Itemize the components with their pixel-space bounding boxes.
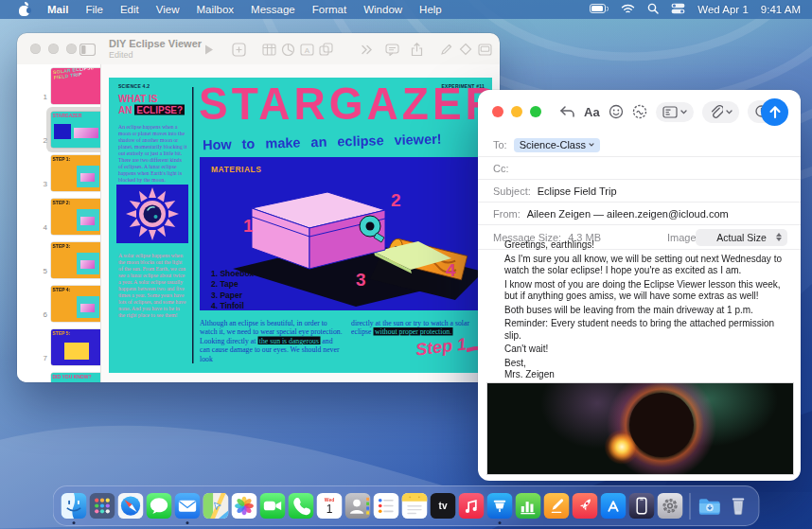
comment-icon[interactable] — [382, 40, 401, 59]
dock-calendar-icon[interactable]: Wed1 — [317, 493, 343, 519]
dock-divider — [690, 493, 691, 520]
dock-keynote-icon[interactable] — [487, 493, 513, 519]
mail-traffic-lights[interactable] — [492, 106, 541, 117]
svg-text:2: 2 — [391, 190, 401, 210]
menu-app-name[interactable]: Mail — [47, 4, 68, 15]
close-button[interactable] — [492, 106, 503, 117]
apple-menu-icon[interactable] — [19, 3, 30, 16]
dock-safari-icon[interactable] — [118, 493, 144, 519]
format-icon[interactable]: Aa — [584, 105, 600, 119]
dock-finder-icon[interactable] — [62, 493, 87, 519]
dock-mail-icon[interactable] — [175, 493, 201, 519]
message-body[interactable]: Greetings, earthlings! As I'm sure you a… — [504, 239, 782, 383]
eclipse-heading: WHAT IS AN ECLIPSE? — [118, 94, 185, 115]
eclipse-photo-attachment[interactable] — [486, 382, 794, 475]
send-button[interactable] — [761, 98, 788, 126]
from-value: Aileen Zeigen — aileen.zeigen@icloud.com — [527, 208, 729, 220]
svg-text:4: 4 — [446, 260, 456, 280]
slide-number: 7 — [36, 354, 47, 362]
wifi-icon[interactable] — [621, 4, 635, 16]
slide-thumbnail-6[interactable]: STEP 4: — [51, 286, 101, 322]
slide-thumbnail-3[interactable]: STEP 1: — [51, 155, 101, 191]
dock-music-icon[interactable] — [459, 493, 485, 519]
dock-tv-icon[interactable]: tv — [431, 493, 456, 519]
slide-number: 6 — [36, 310, 47, 319]
close-button[interactable] — [30, 44, 41, 54]
menu-edit[interactable]: Edit — [120, 4, 139, 15]
menu-file[interactable]: File — [85, 4, 103, 15]
dock-iphone-mirroring-icon[interactable] — [629, 493, 655, 519]
menu-view[interactable]: View — [156, 4, 180, 15]
slide-stargazer[interactable]: SCIENCE 4.2 EXPERIMENT #11 WHAT IS AN EC… — [109, 78, 492, 373]
slide-thumbnail-8[interactable]: DID YOU KNOW? — [51, 373, 101, 382]
sidebar-toggle-icon[interactable] — [79, 43, 96, 60]
dock-contacts-icon[interactable] — [345, 493, 371, 519]
dock-app-store-icon[interactable] — [601, 493, 627, 519]
menu-mailbox[interactable]: Mailbox — [196, 4, 234, 15]
slide-thumbnail-5[interactable]: STEP 3: — [51, 242, 101, 278]
minimize-button[interactable] — [48, 44, 59, 54]
slide-thumbnail-2-selected[interactable]: STARGAZER — [51, 112, 101, 148]
slide-thumbnail-4[interactable]: STEP 2: — [51, 199, 101, 235]
menu-window[interactable]: Window — [363, 4, 402, 15]
dock-facetime-icon[interactable] — [260, 493, 286, 519]
chevron-down-icon — [589, 143, 594, 147]
keynote-traffic-lights[interactable] — [30, 44, 77, 54]
attach-button[interactable] — [702, 101, 739, 123]
menubar-time[interactable]: 9:41 AM — [761, 4, 801, 15]
menu-message[interactable]: Message — [251, 4, 295, 15]
dock-notes-icon[interactable] — [402, 493, 428, 519]
markup-icon[interactable] — [632, 104, 647, 119]
dock-reminders-icon[interactable] — [374, 493, 399, 519]
search-icon[interactable] — [647, 3, 659, 16]
dock-maps-icon[interactable] — [203, 493, 229, 519]
insert-icon[interactable] — [229, 40, 248, 59]
shape-icon[interactable] — [316, 40, 335, 59]
battery-icon[interactable] — [590, 4, 609, 16]
document-icon[interactable] — [475, 40, 494, 59]
dock-numbers-icon[interactable] — [516, 493, 541, 519]
menu-format[interactable]: Format — [312, 4, 346, 15]
dock-trash-icon[interactable] — [726, 493, 751, 519]
body-paragraph: As I'm sure you all know, we will be set… — [504, 254, 782, 277]
share-icon[interactable] — [407, 40, 426, 59]
dock-schoolwork-icon[interactable] — [573, 493, 598, 519]
undo-icon[interactable] — [559, 105, 575, 118]
recipient-token[interactable]: Science-Class — [514, 138, 600, 152]
dock-downloads-icon[interactable] — [697, 493, 723, 519]
sun-illustration — [116, 185, 188, 243]
caution-text-left: Although an eclipse is beautiful, in ord… — [200, 318, 344, 363]
dock-system-settings-icon[interactable] — [658, 493, 683, 519]
dock-photos-icon[interactable] — [232, 493, 257, 519]
more-tools-icon[interactable] — [358, 40, 377, 59]
dock-launchpad-icon[interactable] — [90, 493, 115, 519]
slide-thumbnail-1[interactable]: SOLAR ECLIPSE FIELD TRIP — [51, 68, 101, 104]
keynote-titlebar[interactable]: DIY Eclipse Viewer Edited A — [17, 33, 500, 64]
cc-field[interactable]: Cc: — [478, 157, 801, 180]
text-icon[interactable]: A — [297, 40, 316, 59]
slide-thumbnail-7[interactable]: STEP 5: — [51, 329, 101, 365]
menubar-date[interactable]: Wed Apr 1 — [697, 4, 749, 15]
zoom-button[interactable] — [530, 106, 541, 117]
animate-icon[interactable] — [456, 40, 475, 59]
dock-phone-icon[interactable] — [289, 493, 314, 519]
photo-browser-button[interactable] — [656, 102, 694, 122]
chart-icon[interactable] — [278, 40, 297, 59]
to-label: To: — [493, 139, 507, 150]
control-center-icon[interactable] — [671, 3, 685, 16]
subject-value: Eclipse Field Trip — [538, 185, 617, 197]
play-icon[interactable] — [199, 40, 218, 59]
body-paragraph: Reminder: Every student needs to bring t… — [504, 318, 782, 342]
to-field[interactable]: To: Science-Class — [478, 133, 801, 157]
emoji-icon[interactable] — [609, 104, 624, 119]
menu-help[interactable]: Help — [419, 4, 442, 15]
dock-messages-icon[interactable] — [147, 493, 172, 519]
subject-field[interactable]: Subject: Eclipse Field Trip — [478, 180, 801, 203]
minimize-button[interactable] — [511, 106, 522, 117]
svg-text:3: 3 — [356, 270, 366, 290]
from-field[interactable]: From: Aileen Zeigen — aileen.zeigen@iclo… — [478, 203, 801, 225]
table-icon[interactable] — [259, 40, 278, 59]
dock-pages-icon[interactable] — [544, 493, 570, 519]
format-brush-icon[interactable] — [437, 40, 456, 59]
zoom-button[interactable] — [66, 44, 77, 54]
